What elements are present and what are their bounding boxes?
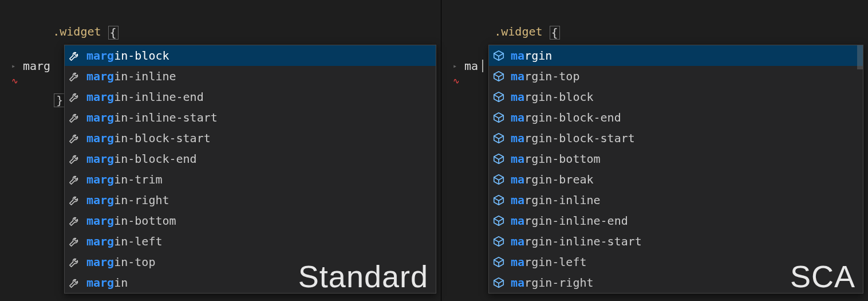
- wrench-icon: [68, 111, 81, 124]
- suggestion-item[interactable]: margin-trim: [65, 169, 436, 190]
- editor-pane-left: .widget { ▸ marg } ∿ margin-block margin…: [0, 0, 441, 301]
- suggestion-item[interactable]: margin-right: [489, 272, 863, 293]
- suggestion-item[interactable]: margin: [65, 272, 436, 293]
- suggestion-label: margin-block-end: [86, 152, 197, 166]
- open-brace: {: [550, 26, 560, 40]
- suggestion-label: margin-inline: [86, 69, 176, 83]
- suggestion-item[interactable]: margin-inline-end: [65, 87, 436, 107]
- package-icon: [492, 256, 505, 268]
- suggestion-label: margin-top: [511, 69, 579, 83]
- package-icon: [492, 214, 505, 227]
- suggestion-label: margin-right: [511, 276, 594, 290]
- wrench-icon: [68, 276, 81, 289]
- suggestion-label: margin-block-end: [511, 111, 621, 124]
- suggestion-item[interactable]: margin-inline: [489, 190, 863, 210]
- package-icon: [492, 132, 505, 144]
- wrench-icon: [68, 194, 81, 206]
- suggestion-list[interactable]: margin margin-top margin-block margin-bl…: [488, 45, 863, 294]
- suggestion-item[interactable]: margin-bottom: [489, 148, 863, 169]
- chevron-right-icon: ▸: [11, 57, 19, 75]
- suggestion-label: margin-bottom: [511, 152, 601, 166]
- suggestion-label: margin-inline-start: [511, 234, 642, 248]
- suggestion-item[interactable]: margin-block: [65, 45, 436, 66]
- wrench-icon: [68, 256, 81, 268]
- text-cursor: [482, 60, 483, 72]
- suggestion-item[interactable]: margin-block: [489, 87, 863, 107]
- wrench-icon: [68, 49, 81, 62]
- suggestion-label: margin-block: [86, 49, 169, 62]
- suggestion-label: margin-inline-end: [86, 90, 204, 104]
- wrench-icon: [68, 91, 81, 103]
- typed-text: marg: [23, 57, 50, 75]
- error-squiggle-icon: ∿: [453, 77, 460, 85]
- package-icon: [492, 49, 505, 62]
- suggestion-item[interactable]: margin-break: [489, 169, 863, 190]
- suggestion-item[interactable]: margin-inline-start: [489, 231, 863, 252]
- suggestion-item[interactable]: margin-inline-end: [489, 210, 863, 231]
- css-selector: .widget: [53, 25, 101, 38]
- package-icon: [492, 70, 505, 83]
- suggestion-item[interactable]: margin-block-end: [65, 148, 436, 169]
- editor-pane-right: .widget { ▸ ma } ∿ margin margin-top mar…: [441, 0, 868, 301]
- suggestion-item[interactable]: margin-inline-start: [65, 107, 436, 128]
- suggestion-item[interactable]: margin-block-start: [489, 128, 863, 148]
- suggestion-label: margin-bottom: [86, 214, 176, 228]
- suggestion-item[interactable]: margin-top: [489, 66, 863, 87]
- scrollbar-thumb[interactable]: [857, 45, 863, 69]
- wrench-icon: [68, 214, 81, 227]
- wrench-icon: [68, 70, 81, 83]
- wrench-icon: [68, 153, 81, 165]
- suggestion-label: margin: [511, 49, 552, 62]
- suggestion-label: margin-break: [511, 173, 594, 186]
- suggestion-list[interactable]: margin-block margin-inline margin-inline…: [64, 45, 436, 294]
- suggestion-item[interactable]: margin-left: [489, 252, 863, 272]
- error-squiggle-icon: ∿: [11, 77, 18, 85]
- wrench-icon: [68, 132, 81, 144]
- suggestion-item[interactable]: margin-left: [65, 231, 436, 252]
- suggestion-item[interactable]: margin-inline: [65, 66, 436, 87]
- package-icon: [492, 276, 505, 289]
- open-brace: {: [108, 26, 119, 40]
- package-icon: [492, 235, 505, 248]
- suggestion-label: margin-inline: [511, 193, 601, 207]
- suggestion-label: margin-block-start: [86, 131, 211, 145]
- package-icon: [492, 111, 505, 124]
- package-icon: [492, 153, 505, 165]
- suggestion-item[interactable]: margin-top: [65, 252, 436, 272]
- suggestion-label: margin-trim: [86, 173, 162, 186]
- suggestion-label: margin-right: [86, 193, 169, 207]
- suggestion-label: margin-left: [86, 234, 162, 248]
- suggestion-item[interactable]: margin-right: [65, 190, 436, 210]
- package-icon: [492, 194, 505, 206]
- package-icon: [492, 91, 505, 103]
- suggestion-item[interactable]: margin-block-end: [489, 107, 863, 128]
- suggestion-label: margin-block: [511, 90, 594, 104]
- chevron-right-icon: ▸: [453, 57, 461, 75]
- suggestion-item[interactable]: margin-bottom: [65, 210, 436, 231]
- css-selector: .widget: [494, 25, 542, 38]
- wrench-icon: [68, 235, 81, 248]
- suggestion-label: margin-inline-end: [511, 214, 628, 228]
- suggestion-label: margin-inline-start: [86, 111, 218, 124]
- suggestion-label: margin-top: [86, 255, 155, 269]
- wrench-icon: [68, 173, 81, 186]
- package-icon: [492, 173, 505, 186]
- typed-text: ma: [464, 57, 478, 75]
- suggestion-label: margin: [86, 276, 128, 290]
- suggestion-label: margin-left: [511, 255, 586, 269]
- suggestion-label: margin-block-start: [511, 131, 635, 145]
- suggestion-item[interactable]: margin-block-start: [65, 128, 436, 148]
- suggestion-item[interactable]: margin: [489, 45, 863, 66]
